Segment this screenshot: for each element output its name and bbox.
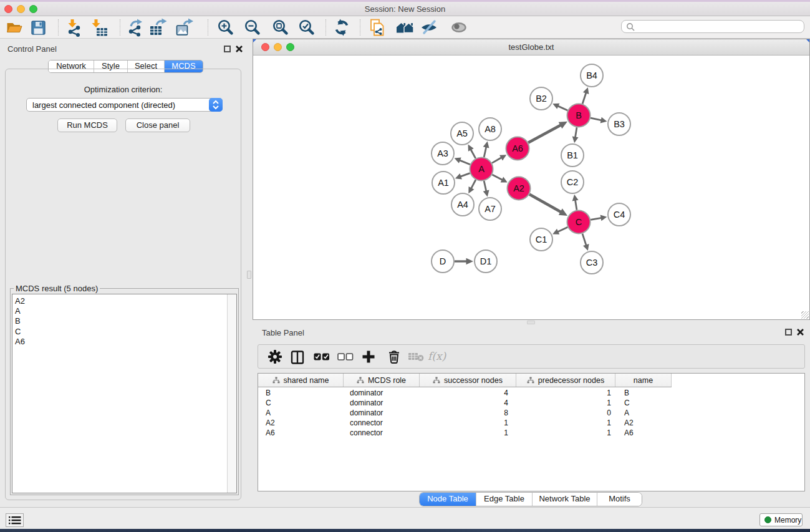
graph-edge[interactable] [529, 195, 561, 213]
table-cell[interactable]: connector [344, 428, 420, 438]
column-header-successor-nodes[interactable]: successor nodes [420, 374, 516, 387]
table-cell[interactable]: 4 [420, 398, 516, 408]
graph-edge[interactable] [460, 160, 470, 165]
graph-edge[interactable] [582, 234, 586, 246]
graph-edge[interactable] [471, 149, 476, 158]
close-panel-button[interactable]: Close panel [125, 118, 190, 132]
export-network-icon[interactable] [127, 18, 145, 37]
app-titlebar[interactable]: Session: New Session [0, 2, 810, 16]
table-cell[interactable]: A6 [615, 428, 672, 438]
tab-motifs[interactable]: Motifs [597, 493, 642, 506]
table-row[interactable]: Bdominator41B [258, 388, 804, 398]
graph-edge[interactable] [582, 93, 586, 104]
zoom-selected-icon[interactable] [297, 18, 316, 37]
table-cell[interactable]: C [615, 398, 672, 408]
result-item[interactable]: A2 [12, 296, 224, 306]
table-cell[interactable]: A2 [615, 418, 672, 428]
show-all-icon[interactable] [450, 18, 468, 37]
graph-edge[interactable] [557, 106, 567, 110]
result-item[interactable]: C [12, 327, 224, 337]
window-resize-grip[interactable] [801, 311, 809, 319]
control-panel-float-button[interactable] [224, 46, 231, 52]
graph-edge[interactable] [492, 175, 502, 180]
table-cell[interactable]: 8 [420, 408, 516, 418]
table-panel-close-button[interactable] [796, 328, 804, 336]
network-from-file-icon[interactable] [368, 18, 387, 37]
criterion-select[interactable]: largest connected component (directed) [26, 98, 223, 112]
table-settings-icon[interactable] [268, 349, 282, 364]
graph-edge[interactable] [492, 158, 501, 163]
first-neighbors-icon[interactable] [396, 18, 415, 37]
column-header-mcds-role[interactable]: MCDS role [344, 374, 420, 387]
table-cell[interactable]: dominator [344, 388, 420, 398]
unselect-all-columns-icon[interactable] [337, 352, 354, 361]
graph-edge[interactable] [471, 180, 476, 188]
search-input[interactable] [621, 20, 804, 33]
graph-edge[interactable] [591, 118, 602, 120]
delete-column-icon[interactable] [387, 349, 402, 364]
table-cell[interactable]: dominator [344, 408, 420, 418]
export-table-icon[interactable] [149, 18, 168, 37]
table-cell[interactable]: 1 [516, 428, 615, 438]
memory-button[interactable]: Memory [759, 513, 803, 526]
splitpane-handle[interactable] [527, 321, 535, 324]
tab-edge-table[interactable]: Edge Table [476, 493, 533, 506]
network-window-titlebar[interactable]: testGlobe.txt [253, 39, 809, 56]
table-row[interactable]: Adominator80A [258, 408, 804, 418]
table-panel-float-button[interactable] [785, 329, 792, 336]
mcds-result-list[interactable]: A2ABCA6 [12, 294, 237, 493]
table-cell[interactable]: 1 [516, 388, 615, 398]
table-cell[interactable]: A6 [258, 428, 344, 438]
hide-selection-icon[interactable] [420, 18, 438, 37]
table-cell[interactable]: dominator [344, 398, 420, 408]
zoom-in-icon[interactable] [216, 18, 235, 37]
tab-node-table[interactable]: Node Table [420, 493, 476, 506]
refresh-icon[interactable] [332, 18, 351, 37]
scrollbar-track[interactable] [227, 294, 236, 493]
column-header-shared-name[interactable]: shared name [258, 374, 344, 387]
table-row[interactable]: A6connector11A6 [258, 428, 804, 438]
graph-edge[interactable] [591, 218, 601, 220]
save-session-icon[interactable] [29, 18, 47, 37]
table-cell[interactable]: C [258, 398, 344, 408]
table-cell[interactable]: A2 [258, 418, 344, 428]
column-header-predecessor-nodes[interactable]: predecessor nodes [516, 374, 615, 387]
table-cell[interactable]: 1 [420, 418, 516, 428]
table-cell[interactable]: 4 [420, 388, 516, 398]
table-cell[interactable]: B [615, 388, 672, 398]
table-cell[interactable]: connector [344, 418, 420, 428]
table-cell[interactable]: 1 [420, 428, 516, 438]
zoom-out-icon[interactable] [243, 18, 262, 37]
graph-edge[interactable] [460, 173, 470, 177]
select-all-columns-icon[interactable] [314, 352, 330, 361]
result-item[interactable]: B [12, 316, 224, 326]
table-cell[interactable]: 0 [516, 408, 615, 418]
show-columns-icon[interactable] [289, 349, 306, 365]
tab-network-table[interactable]: Network Table [533, 493, 597, 506]
graph-edge[interactable] [575, 127, 577, 137]
graph-edge[interactable] [575, 200, 577, 210]
import-network-icon[interactable] [65, 18, 84, 37]
result-item[interactable]: A6 [12, 337, 224, 347]
table-cell[interactable]: A [258, 408, 344, 418]
network-canvas[interactable]: AA6A2BCA5A8A3A1A4A7B2B4B3B1C2C4C1C3DD1 [253, 56, 809, 319]
graph-edge[interactable] [484, 181, 486, 191]
table-cell[interactable]: A [615, 408, 672, 418]
table-row[interactable]: A2connector11A2 [258, 418, 804, 428]
export-image-icon[interactable] [175, 18, 194, 37]
splitpane-handle[interactable] [247, 271, 251, 279]
run-mcds-button[interactable]: Run MCDS [57, 118, 117, 132]
result-item[interactable]: A [12, 306, 224, 316]
table-cell[interactable]: 1 [516, 398, 615, 408]
import-table-icon[interactable] [90, 18, 108, 37]
table-row[interactable]: Cdominator41C [258, 398, 804, 408]
open-session-icon[interactable] [5, 18, 24, 37]
graph-edge[interactable] [557, 227, 567, 231]
table-cell[interactable]: 1 [516, 418, 615, 428]
zoom-actual-size-icon[interactable] [271, 18, 290, 37]
task-history-button[interactable] [6, 513, 24, 527]
column-header-name[interactable]: name [615, 374, 672, 387]
network-view-window[interactable]: testGlobe.txt AA6A2BCA5A8A3A1A4A7B2B4B3B… [253, 39, 810, 320]
table-cell[interactable]: B [258, 388, 344, 398]
create-column-icon[interactable] [361, 349, 376, 364]
